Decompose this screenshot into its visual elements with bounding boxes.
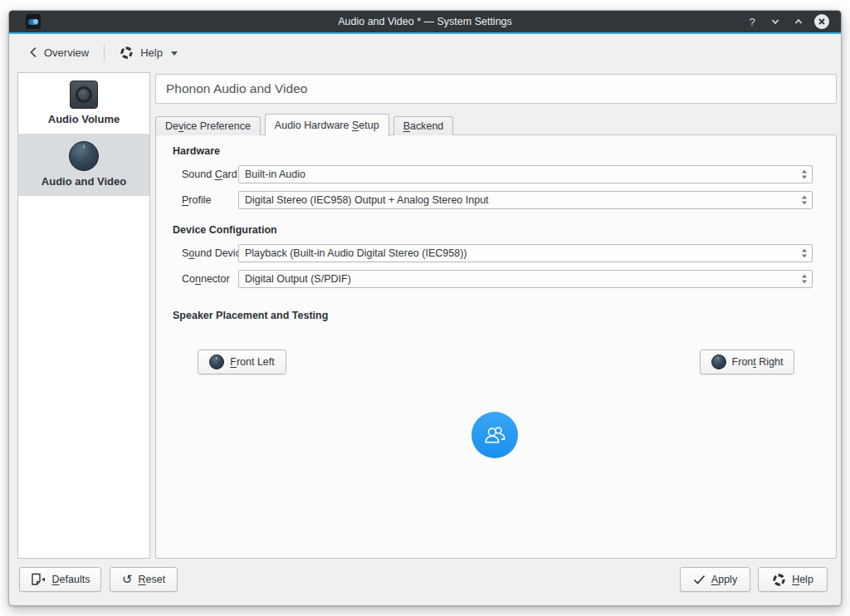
system-settings-app-icon xyxy=(26,14,41,29)
help-label: Help xyxy=(792,574,813,585)
sound-device-label: Sound Device xyxy=(182,244,247,262)
help-button[interactable]: Help xyxy=(758,567,828,592)
sound-card-combobox[interactable]: Built-in Audio xyxy=(238,165,813,183)
toolbar: Overview Help xyxy=(9,34,841,71)
question-icon: ? xyxy=(749,16,755,28)
apply-button[interactable]: Apply xyxy=(680,567,750,592)
spinner-arrows-icon xyxy=(802,196,807,205)
hardware-section-title: Hardware xyxy=(173,145,220,157)
overview-back-button[interactable]: Overview xyxy=(21,40,97,65)
audio-hardware-setup-panel: Hardware Sound Card Built-in Audio Profi… xyxy=(155,134,837,559)
tab-bar: Device Preference Audio Hardware Setup B… xyxy=(155,113,457,135)
system-settings-window: Audio and Video * — System Settings ? Ov… xyxy=(8,10,842,606)
defaults-label: Defaults xyxy=(52,574,90,585)
close-icon xyxy=(818,17,826,26)
checkmark-icon xyxy=(693,574,706,584)
page-title: Phonon Audio and Video xyxy=(166,81,307,96)
undo-icon: ↺ xyxy=(122,574,133,586)
help-menu-button[interactable]: Help xyxy=(111,40,186,65)
tab-backend[interactable]: Backend xyxy=(393,116,454,135)
defaults-button[interactable]: Defaults xyxy=(19,567,101,592)
document-revert-icon xyxy=(31,573,46,586)
chevron-up-icon xyxy=(794,17,804,27)
connector-label: Connector xyxy=(182,270,230,288)
toolbar-separator xyxy=(104,43,105,61)
profile-label: Profile xyxy=(182,191,211,209)
sound-card-value: Built-in Audio xyxy=(245,169,305,180)
speaker-testing-section-title: Speaker Placement and Testing xyxy=(173,310,328,321)
front-left-label: Front Left xyxy=(230,356,275,368)
sidebar: Audio Volume Audio and Video xyxy=(17,72,150,559)
sidebar-item-label: Audio Volume xyxy=(22,113,146,125)
sidebar-item-audio-volume[interactable]: Audio Volume xyxy=(18,73,149,134)
spinner-arrows-icon xyxy=(802,275,807,284)
back-chevron-icon xyxy=(29,46,37,58)
profile-value: Digital Stereo (IEC958) Output + Analog … xyxy=(245,194,489,206)
sidebar-item-audio-and-video[interactable]: Audio and Video xyxy=(18,134,149,196)
dropdown-caret-icon xyxy=(171,51,178,56)
spinner-arrows-icon xyxy=(802,170,807,179)
profile-combobox[interactable]: Digital Stereo (IEC958) Output + Analog … xyxy=(238,191,813,209)
chevron-down-icon xyxy=(770,17,780,27)
apply-label: Apply xyxy=(711,574,737,585)
speaker-icon xyxy=(70,81,98,109)
window-help-button[interactable]: ? xyxy=(745,14,760,29)
window-title: Audio and Video * — System Settings xyxy=(9,16,841,27)
help-icon xyxy=(772,573,786,587)
connector-combobox[interactable]: Digital Output (S/PDIF) xyxy=(238,270,813,288)
sound-device-value: Playback (Built-in Audio Digital Stereo … xyxy=(245,247,467,259)
minimize-button[interactable] xyxy=(768,14,783,29)
front-right-test-button[interactable]: Front Right xyxy=(700,350,794,374)
front-left-test-button[interactable]: Front Left xyxy=(198,350,286,374)
users-icon xyxy=(481,422,508,448)
reset-button[interactable]: ↺ Reset xyxy=(110,567,178,592)
help-icon xyxy=(120,46,134,60)
maximize-button[interactable] xyxy=(791,14,806,29)
module-heading-box: Phonon Audio and Video xyxy=(155,74,837,104)
tab-audio-hardware-setup[interactable]: Audio Hardware Setup xyxy=(265,114,389,136)
connector-value: Digital Output (S/PDIF) xyxy=(245,273,351,285)
speaker-knob-icon xyxy=(209,354,224,369)
spinner-arrows-icon xyxy=(802,249,807,258)
help-menu-label: Help xyxy=(140,46,163,59)
tab-device-preference[interactable]: Device Preference xyxy=(155,116,261,135)
sound-device-combobox[interactable]: Playback (Built-in Audio Digital Stereo … xyxy=(238,244,813,262)
overview-label: Overview xyxy=(44,46,89,59)
titlebar[interactable]: Audio and Video * — System Settings ? xyxy=(9,11,841,32)
close-button[interactable] xyxy=(814,14,829,29)
sound-card-label: Sound Card xyxy=(182,165,237,183)
users-notification-badge[interactable] xyxy=(471,412,518,458)
speaker-knob-icon xyxy=(711,354,726,369)
titlebar-buttons: ? xyxy=(745,11,829,32)
front-right-label: Front Right xyxy=(732,356,784,368)
device-configuration-section-title: Device Configuration xyxy=(173,224,277,236)
knob-icon xyxy=(69,141,99,171)
reset-label: Reset xyxy=(138,574,165,585)
sidebar-item-label: Audio and Video xyxy=(22,175,146,188)
